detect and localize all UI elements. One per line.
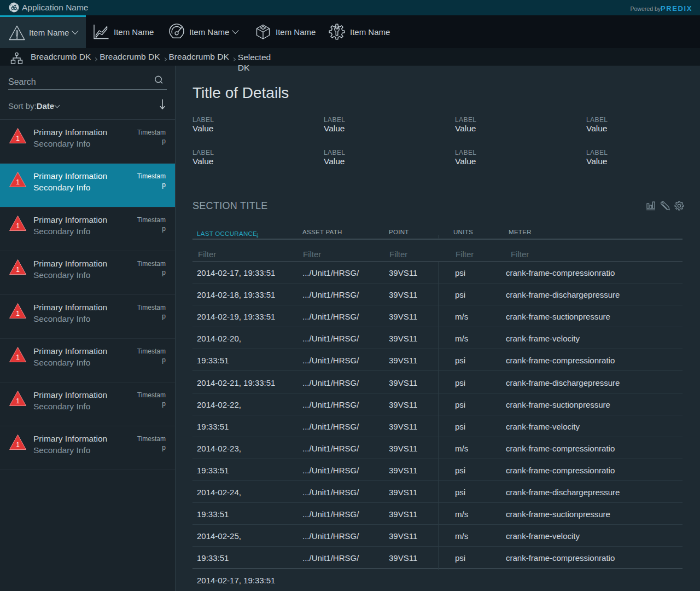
svg-text:1: 1 [16,354,20,361]
svg-text:1: 1 [16,310,20,317]
svg-text:1: 1 [16,397,20,405]
svg-text:1: 1 [16,135,20,142]
svg-text:1: 1 [16,222,20,230]
svg-text:1: 1 [16,266,20,274]
svg-text:1: 1 [16,178,20,186]
svg-text:1: 1 [16,441,20,449]
